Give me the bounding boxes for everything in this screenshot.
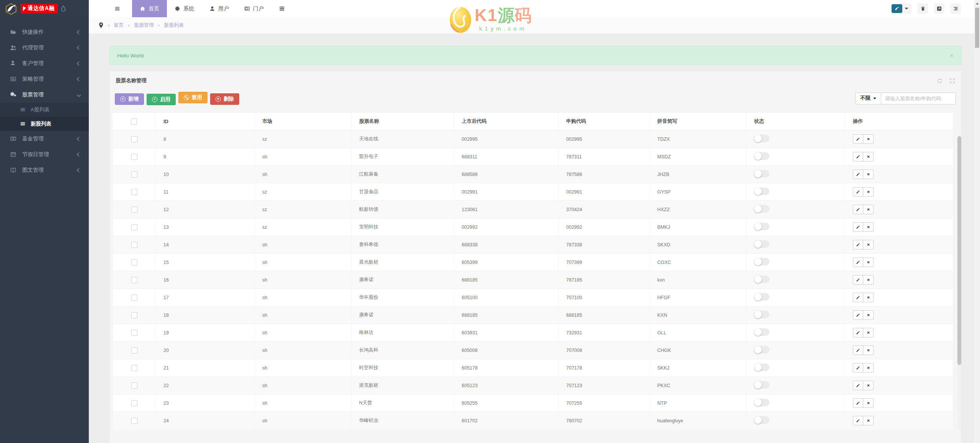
nav-tab-首页[interactable]: 首页 (132, 0, 167, 17)
nav-tab-系统[interactable]: 系统 (167, 0, 202, 17)
delete-button[interactable] (863, 205, 874, 214)
edit-button[interactable] (853, 275, 863, 285)
breadcrumb-link[interactable]: 新股列表 (154, 22, 184, 28)
refresh-icon[interactable] (937, 78, 942, 84)
sidebar-subitem-新股列表[interactable]: 新股列表 (0, 117, 89, 131)
status-toggle[interactable] (754, 187, 769, 195)
edit-button[interactable] (853, 363, 863, 373)
sidebar-item-客户管理[interactable]: 客户管理 (0, 55, 89, 71)
nav-tab-门户[interactable]: 门户 (237, 0, 271, 17)
sidebar-item-代理管理[interactable]: 代理管理 (0, 40, 89, 55)
delete-button[interactable] (863, 345, 874, 355)
edit-button[interactable] (853, 187, 863, 197)
edit-button[interactable] (853, 381, 863, 390)
sidebar-subitem-A股列表[interactable]: A股列表 (0, 103, 89, 117)
nav-tab-用户[interactable]: 用户 (202, 0, 237, 17)
delete-button[interactable] (863, 381, 874, 390)
status-toggle[interactable] (754, 328, 769, 336)
edit-button[interactable] (853, 205, 863, 214)
alert-close-icon[interactable]: × (950, 52, 954, 59)
delete-button[interactable] (863, 293, 874, 302)
table-scrollbar[interactable] (957, 136, 961, 430)
sidebar-item-基金管理[interactable]: 基金管理 (0, 131, 89, 147)
delete-button[interactable] (863, 152, 874, 161)
row-checkbox[interactable] (131, 259, 137, 265)
row-checkbox[interactable] (131, 277, 137, 283)
delete-button[interactable] (863, 310, 874, 320)
sidebar-item-节假日管理[interactable]: 节假日管理 (0, 147, 89, 162)
status-toggle[interactable] (754, 416, 769, 424)
status-toggle[interactable] (754, 205, 769, 213)
status-toggle[interactable] (754, 311, 769, 318)
user-menu-button[interactable] (891, 3, 911, 14)
edit-button[interactable] (853, 240, 863, 249)
edit-button[interactable] (853, 152, 863, 161)
status-toggle[interactable] (754, 223, 769, 230)
delete-button[interactable] (863, 275, 874, 285)
sidebar-toggle-button[interactable] (107, 0, 127, 17)
edit-button[interactable] (853, 134, 863, 144)
window-scrollbar-thumb[interactable] (975, 8, 979, 48)
delete-button[interactable] (863, 240, 874, 249)
delete-button[interactable] (863, 257, 874, 267)
row-checkbox[interactable] (131, 383, 137, 389)
edit-button[interactable] (853, 328, 863, 337)
status-toggle[interactable] (754, 293, 769, 301)
delete-button[interactable] (863, 187, 874, 197)
edit-button[interactable] (853, 222, 863, 232)
search-input[interactable] (881, 93, 956, 104)
row-checkbox[interactable] (131, 365, 137, 371)
delete-button[interactable] (863, 416, 874, 425)
sidebar-item-快捷操作[interactable]: 快捷操作 (0, 24, 89, 40)
delete-button[interactable] (863, 328, 874, 337)
select-all-checkbox[interactable] (131, 119, 137, 125)
status-toggle[interactable] (754, 240, 769, 248)
fullscreen-icon[interactable] (949, 78, 955, 84)
delete-button[interactable] (863, 363, 874, 373)
sidebar-item-图文管理[interactable]: 图文管理 (0, 162, 89, 178)
status-toggle[interactable] (754, 170, 769, 178)
row-checkbox[interactable] (131, 224, 137, 230)
delete-button[interactable] (863, 398, 874, 408)
edit-button[interactable] (853, 310, 863, 320)
edit-button[interactable] (853, 345, 863, 355)
row-checkbox[interactable] (131, 242, 137, 248)
status-toggle[interactable] (754, 135, 769, 142)
status-toggle[interactable] (754, 399, 769, 406)
delete-button[interactable] (863, 222, 874, 232)
status-toggle[interactable] (754, 275, 769, 283)
breadcrumb-link[interactable]: 首页 (104, 22, 124, 28)
edit-button[interactable] (853, 293, 863, 302)
禁用-button[interactable]: 禁用 (178, 92, 207, 103)
delete-button[interactable] (863, 134, 874, 144)
open-external-button[interactable] (934, 3, 944, 14)
status-toggle[interactable] (754, 363, 769, 371)
table-scrollbar-thumb[interactable] (957, 136, 961, 365)
nav-tab-grid[interactable] (271, 0, 292, 17)
row-checkbox[interactable] (131, 189, 137, 195)
status-toggle[interactable] (754, 346, 769, 353)
sidebar-item-策略管理[interactable]: 策略管理 (0, 71, 89, 87)
启用-button[interactable]: 启用 (147, 94, 176, 105)
row-checkbox[interactable] (131, 136, 137, 142)
row-checkbox[interactable] (131, 295, 137, 301)
status-toggle[interactable] (754, 258, 769, 265)
edit-button[interactable] (853, 416, 863, 425)
edit-button[interactable] (853, 169, 863, 179)
status-toggle[interactable] (754, 152, 769, 160)
brand-logo[interactable]: 通达信A融 (0, 0, 89, 17)
scroll-up-arrow-icon[interactable] (976, 2, 979, 5)
status-toggle[interactable] (754, 381, 769, 389)
window-scrollbar[interactable] (974, 0, 980, 443)
row-checkbox[interactable] (131, 418, 137, 424)
edit-button[interactable] (853, 398, 863, 408)
删除-button[interactable]: 删除 (210, 93, 239, 105)
trash-button[interactable] (918, 3, 928, 14)
row-checkbox[interactable] (131, 154, 137, 160)
breadcrumb-link[interactable]: 股票管理 (124, 22, 154, 28)
control-sidebar-button[interactable] (951, 3, 961, 14)
delete-button[interactable] (863, 169, 874, 179)
row-checkbox[interactable] (131, 400, 137, 406)
row-checkbox[interactable] (131, 171, 137, 178)
filter-dropdown[interactable]: 不限 (855, 93, 881, 104)
